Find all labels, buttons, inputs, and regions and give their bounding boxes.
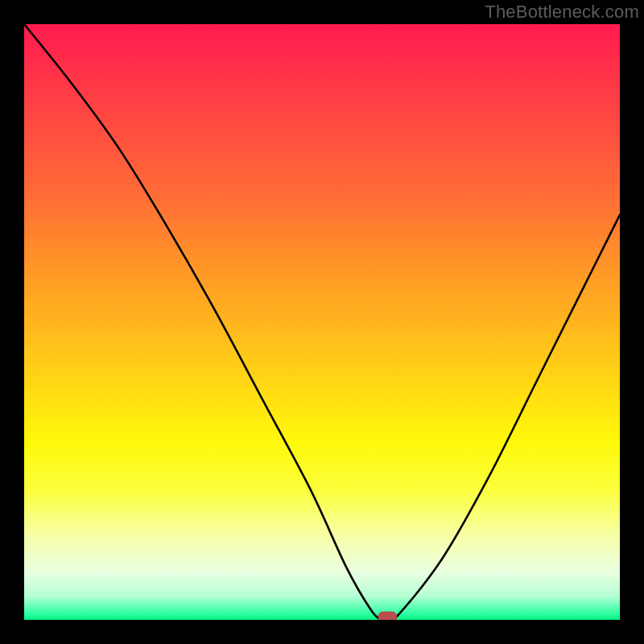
chart-frame: TheBottleneck.com [0,0,644,644]
bottleneck-curve [24,24,620,620]
optimal-marker [378,612,396,620]
plot-area [24,24,620,620]
curve-layer [24,24,620,620]
attribution-label: TheBottleneck.com [485,2,639,23]
